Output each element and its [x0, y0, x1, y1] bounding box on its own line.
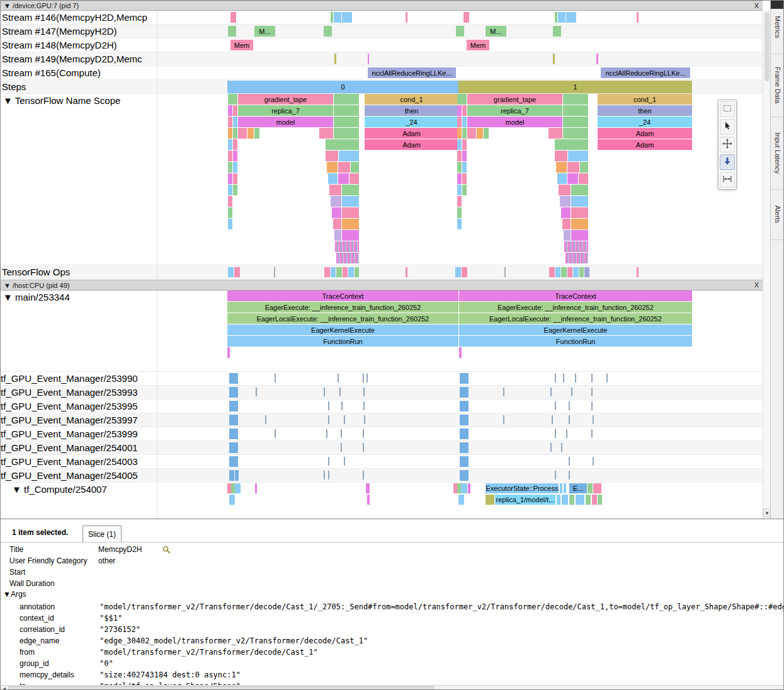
trace-slice[interactable] — [324, 267, 330, 277]
trace-slice[interactable] — [486, 495, 494, 505]
trace-slice[interactable] — [553, 54, 555, 64]
row-label-main-253344[interactable]: ▼ main/253344 — [3, 292, 70, 302]
trace-slice[interactable] — [339, 388, 341, 396]
trace-slice[interactable] — [406, 267, 407, 277]
vertical-scrollbar-thumb[interactable] — [764, 12, 770, 81]
trace-slice[interactable] — [598, 495, 602, 505]
trace-slice[interactable] — [457, 219, 462, 229]
trace-slice[interactable] — [367, 495, 370, 505]
trace-slice[interactable] — [637, 267, 639, 277]
trace-slice[interactable] — [455, 267, 461, 277]
slice-replica_7[interactable]: replica_7 — [467, 105, 562, 116]
trace-slice[interactable] — [355, 267, 359, 277]
trace-slice[interactable] — [457, 94, 467, 105]
trace-slice[interactable] — [229, 470, 234, 481]
trace-slice[interactable] — [567, 162, 579, 173]
trace-slice[interactable] — [591, 401, 593, 410]
slice-replica_1-model-t[interactable]: replica_1/model/t... — [495, 495, 555, 505]
trace-slice[interactable] — [265, 415, 266, 424]
trace-slice[interactable] — [230, 12, 236, 23]
row-label-tf-compute-254007[interactable]: ▼ tf_Compute/254007 — [12, 484, 107, 495]
trace-slice[interactable] — [228, 94, 237, 105]
trace-slice[interactable] — [573, 267, 579, 277]
trace-slice[interactable] — [593, 415, 594, 424]
slice-replica_7[interactable]: replica_7 — [238, 105, 333, 116]
trace-slice[interactable] — [457, 196, 462, 207]
trace-slice[interactable] — [328, 173, 338, 184]
trace-slice[interactable] — [460, 428, 469, 439]
trace-slice[interactable] — [341, 443, 342, 452]
slice-eagerexecute-__inference_train_function_260252[interactable]: EagerExecute: __inference_train_function… — [227, 302, 458, 313]
trace-slice[interactable] — [458, 495, 464, 505]
selection-tool-button[interactable] — [720, 101, 735, 117]
trace-slice[interactable] — [324, 26, 332, 37]
trace-slice[interactable] — [363, 429, 364, 438]
trace-slice[interactable] — [457, 117, 462, 127]
trace-slice[interactable] — [579, 173, 588, 184]
trace-slice[interactable] — [363, 401, 365, 410]
scroll-left-button[interactable]: ◄ — [1, 686, 8, 690]
trace-slice[interactable] — [593, 457, 594, 466]
trace-slice[interactable] — [233, 173, 237, 184]
slice-then[interactable]: then — [365, 105, 458, 116]
trace-slice[interactable] — [555, 267, 560, 277]
trace-slice[interactable] — [462, 105, 467, 116]
trace-slice[interactable] — [456, 26, 464, 37]
trace-slice[interactable] — [338, 162, 350, 173]
trace-slice[interactable] — [580, 162, 588, 173]
trace-slice[interactable] — [576, 495, 584, 505]
trace-slice[interactable] — [342, 12, 352, 23]
tab-alerts[interactable]: Alerts — [771, 190, 784, 240]
tab-frame-data[interactable]: Frame Data — [771, 54, 784, 117]
trace-slice[interactable] — [326, 139, 359, 150]
trace-slice[interactable] — [328, 401, 329, 410]
trace-slice[interactable] — [334, 117, 359, 127]
trace-slice[interactable] — [228, 196, 232, 207]
trace-slice[interactable] — [558, 12, 565, 23]
trace-slice[interactable] — [461, 483, 467, 493]
gpu-panel-close-button[interactable]: X — [754, 1, 759, 11]
slice-e[interactable]: E... — [569, 483, 587, 493]
slice-model[interactable]: model — [238, 117, 333, 127]
pan-tool-button[interactable] — [720, 137, 735, 152]
trace-slice[interactable] — [328, 415, 329, 424]
trace-slice[interactable] — [457, 185, 462, 195]
trace-slice[interactable] — [462, 139, 467, 150]
cpu-panel-title[interactable]: ▼ /host:CPU (pid 49) — [4, 282, 69, 289]
trace-slice[interactable] — [338, 374, 339, 382]
trace-slice[interactable] — [254, 128, 259, 139]
trace-slice[interactable] — [503, 415, 504, 424]
slice-then[interactable]: then — [598, 105, 692, 116]
trace-slice[interactable] — [228, 162, 232, 173]
trace-slice[interactable] — [275, 429, 276, 438]
trace-slice[interactable] — [229, 387, 238, 398]
trace-slice[interactable] — [564, 483, 566, 493]
trace-slice[interactable] — [233, 139, 237, 150]
slice-cond_1[interactable]: cond_1 — [365, 94, 458, 105]
trace-slice[interactable] — [342, 219, 359, 229]
trace-slice[interactable] — [235, 470, 239, 481]
trace-slice[interactable] — [344, 457, 345, 466]
trace-slice[interactable] — [569, 415, 570, 424]
trace-slice[interactable] — [593, 483, 601, 493]
trace-slice[interactable] — [336, 253, 359, 263]
trace-slice[interactable] — [274, 267, 275, 277]
trace-slice[interactable] — [553, 26, 561, 37]
trace-slice[interactable] — [233, 117, 237, 127]
trace-slice[interactable] — [637, 12, 639, 23]
trace-slice[interactable] — [460, 387, 469, 398]
trace-slice[interactable] — [228, 128, 232, 139]
trace-slice[interactable] — [334, 230, 341, 241]
trace-slice[interactable] — [460, 415, 469, 425]
trace-slice[interactable] — [503, 388, 504, 396]
trace-slice[interactable] — [233, 162, 237, 173]
trace-slice[interactable] — [556, 162, 567, 173]
trace-slice[interactable] — [462, 151, 467, 161]
trace-slice[interactable] — [586, 495, 591, 505]
trace-slice[interactable] — [247, 128, 254, 139]
slice-model[interactable]: model — [467, 117, 562, 127]
trace-slice[interactable] — [229, 428, 238, 439]
trace-slice[interactable] — [366, 483, 370, 493]
trace-slice[interactable] — [569, 457, 570, 466]
slice-0[interactable]: 0 — [227, 81, 458, 93]
